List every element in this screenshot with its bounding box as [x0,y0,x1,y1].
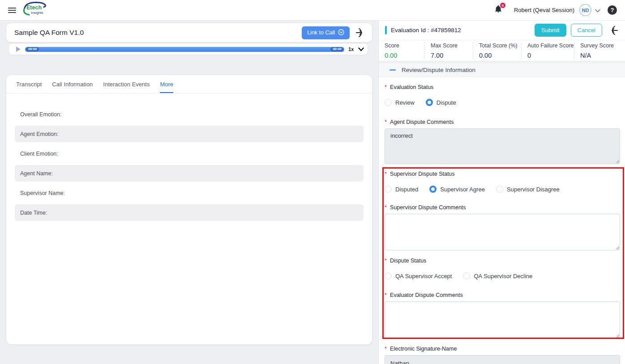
field-agent-emotion: Agent Emotion: [15,126,364,142]
radio-supervisor-disagree[interactable]: Supervisor Disagree [496,186,560,193]
evaluator-dispute-comments-label: * Evaluator Dispute Comments [385,292,620,298]
audio-seekbar[interactable]: 00:00 00:00 [25,47,344,52]
dispute-status-label: * Dispute Status [385,258,620,264]
field-date-time: Date Time: [15,204,364,221]
electronic-signature-label: * Electronic Signature-Name [385,346,620,352]
total-score-label: Total Score (%) [479,42,515,49]
tab-transcript[interactable]: Transcript [16,75,42,93]
evaluation-id: Evaluation Id : #47859812 [391,27,461,34]
dispute-status-radio-group: QA Supervisor Accept QA Supervisor Decli… [385,272,620,279]
collapse-section-icon[interactable] [390,69,396,71]
radio-review-circle[interactable] [385,99,392,106]
open-panel-arrow-icon[interactable] [355,27,366,38]
svg-text:Insights: Insights [31,11,43,15]
radio-review[interactable]: Review [385,99,415,106]
supervisor-dispute-status-label: * Supervisor Dispute Status [385,171,620,177]
evaluator-dispute-comments-textarea[interactable] [385,301,620,339]
avatar[interactable]: ND [579,4,591,16]
field-client-emotion: Client Emotion: [15,145,364,162]
more-tab-fields: Overall Emotion: Agent Emotion: Client E… [6,93,372,221]
total-time: 00:00 [330,47,343,51]
play-icon[interactable] [16,47,21,52]
submit-button[interactable]: Submit [535,24,566,37]
etech-insights-logo: Etech Insights [22,1,47,19]
field-agent-name: Agent Name: [15,165,364,182]
radio-disputed-circle[interactable] [385,186,392,193]
audio-player: 00:00 00:00 1x [9,44,368,55]
max-score-value: 7.00 [431,52,467,59]
auto-failure-score-label: Auto Failure Score [527,42,568,49]
left-panel: Sample QA Form V1.0 Link to Call 00:00 0… [0,21,378,364]
radio-qa-supervisor-accept-circle[interactable] [385,272,392,279]
help-icon[interactable]: ? [608,5,617,15]
user-session-label: Robert (Qeval Session) [514,7,574,13]
auto-failure-score-value: 0 [527,52,568,59]
field-supervisor-name: Supervisor Name: [15,185,364,201]
section-title: Review/Dispute Information [402,67,475,73]
hamburger-menu-icon[interactable] [8,8,16,13]
field-overall-emotion: Overall Emotion: [15,106,364,123]
score-value: 0.00 [385,52,419,59]
agent-dispute-comments-textarea[interactable]: incorrect [385,128,620,164]
qa-form-title: Sample QA Form V1.0 [14,29,84,37]
top-navbar: Etech Insights 0 Robert (Qeval Session) … [0,0,625,21]
radio-dispute[interactable]: Dispute [426,99,456,106]
electronic-signature-input[interactable] [385,355,620,364]
evaluation-header: Evaluation Id : #47859812 Submit Cancel [379,21,625,40]
evaluation-panel: Evaluation Id : #47859812 Submit Cancel … [378,21,625,364]
svg-text:Etech: Etech [26,4,42,11]
evaluation-status-radio-group: Review Dispute [385,99,620,106]
radio-qa-supervisor-accept[interactable]: QA Supervisor Accept [385,272,452,279]
review-dispute-form: * Evaluation Status Review Dispute * Age… [379,84,625,364]
tab-interaction-events[interactable]: Interaction Events [103,75,150,93]
required-asterisk: * [385,84,387,90]
cancel-button[interactable]: Cancel [571,24,602,37]
radio-disputed[interactable]: Disputed [385,186,418,193]
supervisor-dispute-status-radio-group: Disputed Supervisor Agree Supervisor Dis… [385,186,620,193]
link-to-call-button[interactable]: Link to Call [302,26,350,39]
agent-dispute-comments-label: * Agent Dispute Comments [385,119,620,125]
score-label: Score [385,42,419,49]
audio-options-chevron-icon[interactable] [358,47,364,51]
details-card: Transcript Call Information Interaction … [6,75,372,344]
evaluation-status-label: * Evaluation Status [385,84,620,90]
supervisor-dispute-comments-label: * Supervisor Dispute Comments [385,204,620,211]
notification-bell-icon[interactable]: 0 [494,5,502,15]
collapse-panel-arrow-icon[interactable] [608,25,619,36]
review-dispute-section-header: Review/Dispute Information [379,63,625,77]
accent-bar [385,26,387,34]
radio-qa-supervisor-decline[interactable]: QA Supervisor Decline [463,272,532,279]
tab-bar: Transcript Call Information Interaction … [6,75,372,93]
tab-call-information[interactable]: Call Information [52,75,93,93]
max-score-label: Max Score [431,42,467,49]
link-to-call-chevron-circle-icon [338,29,344,37]
score-summary: Score0.00 Max Score7.00 Total Score (%)0… [379,40,625,61]
notification-count-badge: 0 [500,2,506,8]
survey-score-value: N/A [580,52,619,59]
current-time: 00:00 [26,47,39,51]
supervisor-dispute-comments-textarea[interactable] [385,214,620,250]
radio-supervisor-disagree-circle[interactable] [496,186,503,193]
user-menu-chevron-icon[interactable] [595,6,600,14]
radio-qa-supervisor-decline-circle[interactable] [463,272,470,279]
tab-more[interactable]: More [160,75,173,93]
radio-supervisor-agree-circle[interactable] [429,186,437,193]
survey-score-label: Survey Score [580,42,619,49]
total-score-value: 0.00 [479,52,515,59]
qa-form-title-card: Sample QA Form V1.0 Link to Call [6,23,372,42]
radio-dispute-circle[interactable] [426,99,433,106]
playback-speed[interactable]: 1x [348,47,354,52]
radio-supervisor-agree[interactable]: Supervisor Agree [429,186,485,193]
